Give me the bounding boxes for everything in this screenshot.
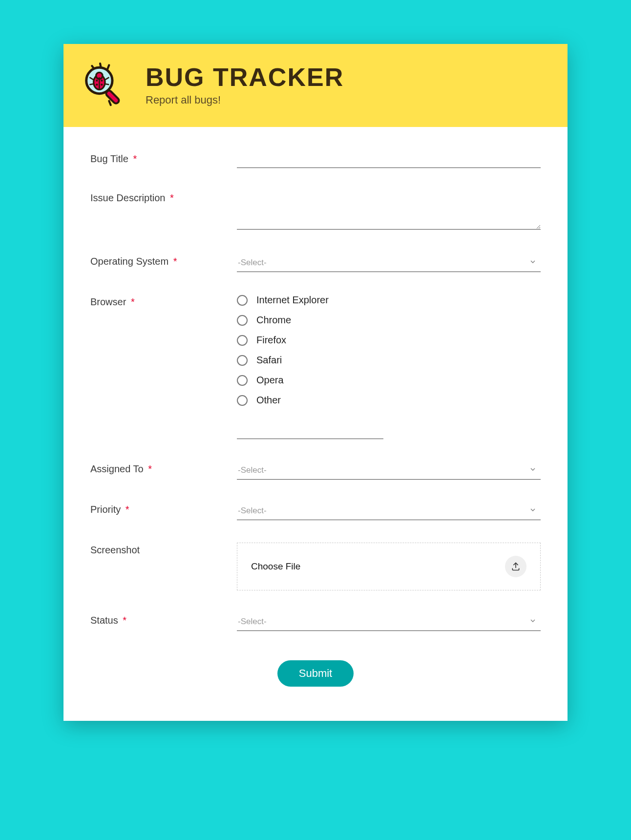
- row-operating-system: Operating System * -Select-: [90, 254, 541, 272]
- assigned-to-select[interactable]: -Select-: [237, 462, 541, 480]
- browser-radio-list: Internet Explorer Chrome Firefox Safari: [237, 294, 541, 406]
- svg-point-5: [101, 80, 103, 82]
- assigned-to-placeholder: -Select-: [238, 465, 267, 475]
- label-bug-title: Bug Title *: [90, 151, 237, 165]
- required-marker: *: [148, 463, 152, 474]
- label-assigned-to: Assigned To *: [90, 462, 237, 475]
- form-header: BUG TRACKER Report all bugs!: [63, 44, 568, 127]
- label-screenshot-text: Screenshot: [90, 545, 140, 555]
- browser-other-input[interactable]: [237, 425, 383, 439]
- chevron-down-icon: [529, 258, 537, 268]
- upload-icon: [505, 556, 526, 577]
- radio-label: Other: [256, 395, 281, 406]
- required-marker: *: [173, 256, 177, 267]
- label-screenshot: Screenshot: [90, 543, 237, 556]
- status-select[interactable]: -Select-: [237, 613, 541, 631]
- label-issue-description-text: Issue Description: [90, 192, 165, 203]
- chevron-down-icon: [529, 506, 537, 516]
- app-title: BUG TRACKER: [146, 64, 344, 90]
- label-priority: Priority *: [90, 502, 237, 515]
- radio-icon: [237, 295, 248, 306]
- header-text: BUG TRACKER Report all bugs!: [146, 64, 344, 106]
- required-marker: *: [133, 153, 137, 164]
- svg-point-7: [101, 84, 103, 85]
- radio-icon: [237, 395, 248, 406]
- label-operating-system: Operating System *: [90, 254, 237, 267]
- radio-label: Chrome: [256, 315, 291, 326]
- row-screenshot: Screenshot Choose File: [90, 543, 541, 590]
- browser-option-firefox[interactable]: Firefox: [237, 335, 541, 346]
- radio-label: Firefox: [256, 335, 286, 346]
- radio-label: Internet Explorer: [256, 294, 329, 306]
- operating-system-placeholder: -Select-: [238, 258, 267, 267]
- radio-label: Opera: [256, 375, 284, 386]
- browser-option-safari[interactable]: Safari: [237, 355, 541, 366]
- chevron-down-icon: [529, 617, 537, 627]
- label-operating-system-text: Operating System: [90, 256, 168, 267]
- browser-option-internet-explorer[interactable]: Internet Explorer: [237, 294, 541, 306]
- priority-placeholder: -Select-: [238, 506, 267, 515]
- svg-line-11: [105, 84, 109, 85]
- browser-option-chrome[interactable]: Chrome: [237, 315, 541, 326]
- required-marker: *: [126, 504, 129, 515]
- radio-label: Safari: [256, 355, 282, 366]
- browser-option-other[interactable]: Other: [237, 395, 541, 406]
- radio-icon: [237, 375, 248, 386]
- svg-line-9: [89, 84, 93, 85]
- submit-button[interactable]: Submit: [277, 660, 354, 687]
- priority-select[interactable]: -Select-: [237, 502, 541, 520]
- svg-rect-12: [105, 89, 120, 105]
- row-status: Status * -Select-: [90, 613, 541, 631]
- choose-file-label: Choose File: [251, 561, 300, 572]
- required-marker: *: [123, 615, 126, 626]
- svg-point-4: [96, 80, 98, 82]
- row-assigned-to: Assigned To * -Select-: [90, 462, 541, 480]
- label-issue-description: Issue Description *: [90, 190, 237, 204]
- label-status-text: Status: [90, 615, 118, 626]
- form-body: Bug Title * Issue Description * Operatin…: [63, 127, 568, 721]
- svg-point-6: [96, 84, 98, 85]
- row-priority: Priority * -Select-: [90, 502, 541, 520]
- form-card: BUG TRACKER Report all bugs! Bug Title *…: [63, 44, 568, 721]
- required-marker: *: [170, 192, 174, 203]
- row-bug-title: Bug Title *: [90, 151, 541, 168]
- radio-icon: [237, 355, 248, 366]
- label-assigned-to-text: Assigned To: [90, 463, 144, 474]
- label-browser: Browser *: [90, 294, 237, 308]
- row-issue-description: Issue Description *: [90, 190, 541, 231]
- radio-icon: [237, 335, 248, 346]
- bug-magnifier-icon: [78, 59, 132, 112]
- label-status: Status *: [90, 613, 237, 626]
- label-browser-text: Browser: [90, 296, 126, 307]
- radio-icon: [237, 315, 248, 326]
- app-subtitle: Report all bugs!: [146, 94, 344, 106]
- required-marker: *: [131, 296, 135, 307]
- submit-row: Submit: [90, 660, 541, 687]
- chevron-down-icon: [529, 465, 537, 475]
- bug-title-input[interactable]: [237, 151, 541, 168]
- row-browser: Browser * Internet Explorer Chrome Fire: [90, 294, 541, 439]
- browser-option-opera[interactable]: Opera: [237, 375, 541, 386]
- issue-description-input[interactable]: [237, 190, 541, 230]
- operating-system-select[interactable]: -Select-: [237, 254, 541, 272]
- status-placeholder: -Select-: [238, 617, 267, 626]
- screenshot-file-input[interactable]: Choose File: [237, 543, 541, 590]
- label-bug-title-text: Bug Title: [90, 153, 128, 164]
- label-priority-text: Priority: [90, 504, 121, 515]
